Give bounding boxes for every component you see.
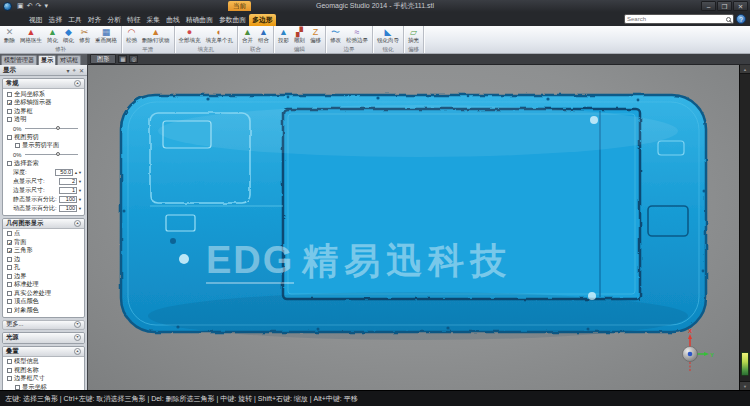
scroll-down-icon[interactable]: ▼ [740,381,750,390]
checkbox-row[interactable]: 边界框 [5,107,82,116]
checkbox-row[interactable]: 全局坐标系 [5,90,82,99]
checkbox[interactable] [7,359,12,364]
ribbon-button[interactable]: ▱ 抽壳 [406,27,421,43]
checkbox-row[interactable]: 标准处理 [5,281,82,290]
slider-thumb[interactable] [56,126,60,130]
ribbon-button[interactable]: ✂ 修剪 [77,27,92,43]
transparency-slider[interactable] [25,128,78,129]
checkbox-row[interactable]: 真实公差处理 [5,289,82,298]
chevron-down-icon[interactable]: ▼ [78,188,82,193]
undo-icon[interactable]: ↶ [27,1,33,11]
collapse-icon[interactable]: ▲ [74,80,81,87]
checkbox[interactable] [7,257,12,262]
ribbon-button[interactable]: ✕ 删除 [2,27,17,43]
checkbox-row[interactable]: 视图名称 [5,366,82,375]
checkbox-row[interactable]: 孔 [5,264,82,273]
menu-tab[interactable]: 曲线 [163,14,183,26]
checkbox[interactable] [7,92,12,97]
checkbox-row[interactable]: 边界框尺寸 [5,375,82,384]
lod-slider-thumb[interactable] [741,352,749,376]
mesh-view-icon[interactable]: ▦ [118,55,127,63]
checkbox[interactable] [7,274,12,279]
search-box[interactable] [624,14,734,24]
checkbox-row[interactable]: 背面 [5,238,82,247]
chevron-down-icon[interactable]: ▼ [78,179,82,184]
menu-tab[interactable]: 对齐 [85,14,105,26]
viewport-scrollbar[interactable]: ▲ ▼ [739,65,750,390]
collapse-icon[interactable]: ▲ [74,348,81,355]
checkbox-row[interactable]: 点 [5,230,82,239]
checkbox-row[interactable]: 视图剪切 [5,133,82,142]
slider-thumb[interactable] [56,152,60,156]
target-view-icon[interactable]: ◎ [129,55,138,63]
close-button[interactable]: ✕ [733,1,748,11]
ribbon-button[interactable]: ≈ 松弛边界 [344,27,370,43]
expand-icon[interactable]: ▼ [74,321,81,328]
geomagic-logo-icon[interactable] [3,2,12,11]
clip-slider[interactable] [25,154,78,155]
maximize-button[interactable]: ❐ [717,1,732,11]
scroll-up-icon[interactable]: ▲ [740,65,750,74]
menu-tab[interactable]: 分析 [104,14,124,26]
checkbox[interactable] [7,117,12,122]
checkbox[interactable] [7,282,12,287]
save-icon[interactable]: ▣ [17,1,24,11]
checkbox[interactable] [15,385,20,390]
viewport-tab-graphics[interactable]: 图形 [90,54,116,64]
checkbox-row[interactable]: 模型信息 [5,358,82,367]
ribbon-button[interactable]: ▞ 雕刻 [292,27,307,43]
section-general-header[interactable]: 常规 ▲ [3,79,84,89]
search-input[interactable] [627,16,726,22]
dropdown-value[interactable]: 1 [59,187,77,194]
ribbon-button[interactable]: ▲ 网格医生 [18,27,44,43]
chevron-down-icon[interactable]: ▼ [78,206,82,211]
ribbon-button[interactable]: ◆ 细化 [61,27,76,43]
section-geometry-header[interactable]: 几何图形显示 ▲ [3,219,84,229]
collapse-icon[interactable]: ▲ [74,220,81,227]
checkbox-row[interactable]: 边 [5,255,82,264]
more-button[interactable]: 更多... ▼ [2,320,85,330]
menu-tab[interactable]: 采集 [144,14,164,26]
checkbox-row[interactable]: 透明 [5,116,82,125]
checkbox[interactable] [7,240,12,245]
depth-input[interactable]: 50.0 [55,169,73,176]
checkbox[interactable] [7,291,12,296]
checkbox[interactable] [15,143,20,148]
checkbox-row[interactable]: 三角形 [5,247,82,256]
checkbox[interactable] [7,248,12,253]
sidebar-tab[interactable]: 对话框 [57,55,81,65]
checkbox-row[interactable]: 显示坐标 [5,383,82,390]
checkbox[interactable] [7,299,12,304]
dropdown-value[interactable]: 2 [59,178,77,185]
dropdown-value[interactable]: 100 [59,205,77,212]
menu-tab[interactable]: 精确曲面 [183,14,216,26]
expand-icon[interactable]: ▼ [74,334,81,341]
ribbon-button[interactable]: ▲ 组合 [256,27,271,43]
section-overlay-header[interactable]: 叠置 ▲ [3,347,84,357]
search-icon[interactable] [726,17,731,22]
ribbon-button[interactable]: ● 全部填充 [177,27,203,43]
menu-tab[interactable]: 参数曲面 [216,14,249,26]
menu-tab[interactable]: 特征 [124,14,144,26]
redo-icon[interactable]: ↷ [36,1,42,11]
ribbon-button[interactable]: ◣ 锐化向导 [375,27,401,43]
checkbox[interactable] [7,135,12,140]
help-icon[interactable]: ? [736,14,746,24]
checkbox-row[interactable]: 边界 [5,272,82,281]
checkbox[interactable] [7,161,12,166]
dropdown-value[interactable]: 100 [59,196,77,203]
spinner-icon[interactable]: ▲▼ [74,170,82,175]
panel-menu-icon[interactable]: ▾ [67,67,70,74]
menu-tab[interactable]: 视图 [26,14,46,26]
checkbox[interactable] [7,308,12,313]
checkbox[interactable] [7,231,12,236]
checkbox-row[interactable]: 顶点颜色 [5,298,82,307]
menu-tab[interactable]: 多边形 [249,14,275,26]
ribbon-button[interactable]: ▲ 合并 [240,27,255,43]
checkbox[interactable] [7,368,12,373]
checkbox[interactable] [7,109,12,114]
ribbon-button[interactable]: ◠ 松弛 [124,27,139,43]
minimize-button[interactable]: – [701,1,716,11]
chevron-down-icon[interactable]: ▼ [78,197,82,202]
phone-shell-model[interactable] [118,91,740,363]
